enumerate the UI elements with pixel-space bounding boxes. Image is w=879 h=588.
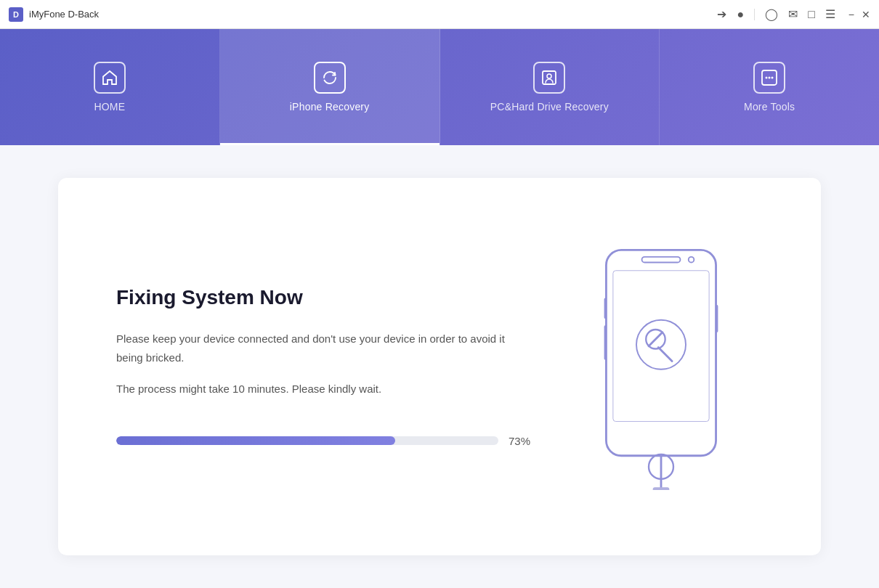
content-left: Fixing System Now Please keep your devic…	[116, 286, 559, 447]
phone-illustration	[588, 243, 734, 490]
progress-bar-background	[116, 436, 498, 445]
svg-rect-0	[543, 71, 556, 84]
menu-icon[interactable]: ☰	[825, 9, 835, 20]
user-icon[interactable]: ●	[737, 9, 744, 20]
nav-bar: HOME iPhone Recovery PC&Hard Drive Recov…	[0, 29, 879, 145]
divider	[754, 9, 755, 20]
svg-point-4	[769, 77, 771, 79]
dots-icon	[761, 69, 778, 86]
home-icon	[101, 69, 118, 86]
home-icon-wrap	[94, 62, 126, 94]
nav-iphone-recovery-label: iPhone Recovery	[290, 101, 370, 113]
pc-recovery-icon-wrap	[533, 62, 565, 94]
nav-home[interactable]: HOME	[0, 29, 220, 145]
nav-more-tools-label: More Tools	[744, 101, 795, 113]
content-card: Fixing System Now Please keep your devic…	[58, 178, 821, 555]
progress-percentage: 73%	[509, 435, 530, 447]
mail-icon[interactable]: ✉	[788, 9, 798, 20]
close-button[interactable]: ✕	[862, 9, 870, 20]
nav-home-label: HOME	[94, 101, 125, 113]
location-icon[interactable]: ◯	[765, 9, 778, 20]
chat-icon[interactable]: □	[808, 9, 815, 20]
nav-pc-recovery[interactable]: PC&Hard Drive Recovery	[440, 29, 660, 145]
window-controls: − ✕	[848, 9, 870, 20]
svg-point-1	[547, 74, 551, 78]
svg-rect-18	[604, 325, 607, 359]
svg-rect-17	[604, 298, 607, 319]
progress-bar-fill	[116, 436, 395, 445]
progress-area: 73%	[116, 435, 530, 447]
nav-iphone-recovery[interactable]: iPhone Recovery	[220, 29, 440, 145]
content-right	[559, 243, 763, 490]
fixing-desc: Please keep your device connected and do…	[116, 330, 530, 367]
person-box-icon	[540, 69, 558, 86]
nav-more-tools[interactable]: More Tools	[660, 29, 879, 145]
app-logo: D	[9, 7, 23, 22]
svg-rect-19	[716, 305, 718, 332]
more-tools-icon-wrap	[753, 62, 785, 94]
svg-point-5	[771, 77, 774, 79]
nav-pc-recovery-label: PC&Hard Drive Recovery	[490, 101, 609, 113]
svg-rect-16	[653, 487, 670, 490]
app-title: iMyFone D-Back	[29, 9, 99, 20]
share-icon[interactable]: ➔	[717, 9, 726, 20]
iphone-recovery-icon-wrap	[314, 62, 346, 94]
phone-svg	[588, 243, 734, 490]
title-left: D iMyFone D-Back	[9, 7, 99, 22]
title-bar: D iMyFone D-Back ➔ ● ◯ ✉ □ ☰ − ✕	[0, 0, 879, 29]
svg-point-3	[766, 77, 768, 79]
main-content: Fixing System Now Please keep your devic…	[0, 145, 879, 588]
fixing-note: The process might take 10 minutes. Pleas…	[116, 380, 530, 399]
refresh-icon	[321, 69, 339, 86]
title-right: ➔ ● ◯ ✉ □ ☰ − ✕	[717, 9, 870, 20]
minimize-button[interactable]: −	[848, 9, 854, 20]
fixing-title: Fixing System Now	[116, 286, 530, 309]
